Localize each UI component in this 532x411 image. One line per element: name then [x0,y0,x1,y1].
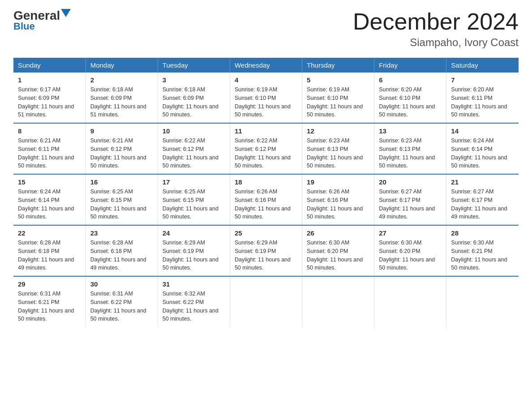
table-row: 21 Sunrise: 6:27 AM Sunset: 6:17 PM Dayl… [446,174,519,225]
day-number: 18 [235,178,297,186]
table-row: 23 Sunrise: 6:28 AM Sunset: 6:18 PM Dayl… [86,225,158,276]
day-info: Sunrise: 6:28 AM Sunset: 6:18 PM Dayligh… [90,239,153,272]
day-number: 28 [451,229,514,237]
table-row: 19 Sunrise: 6:26 AM Sunset: 6:16 PM Dayl… [302,174,374,225]
day-info: Sunrise: 6:18 AM Sunset: 6:09 PM Dayligh… [90,86,153,119]
day-info: Sunrise: 6:19 AM Sunset: 6:10 PM Dayligh… [307,86,369,119]
day-info: Sunrise: 6:19 AM Sunset: 6:10 PM Dayligh… [235,86,297,119]
logo-triangle-icon [61,9,71,17]
table-row: 6 Sunrise: 6:20 AM Sunset: 6:10 PM Dayli… [374,73,446,123]
title-section: December 2024 Siampaho, Ivory Coast [353,9,519,49]
header-wednesday: Wednesday [230,58,302,73]
day-info: Sunrise: 6:27 AM Sunset: 6:17 PM Dayligh… [451,188,514,221]
table-row: 8 Sunrise: 6:21 AM Sunset: 6:11 PM Dayli… [13,123,86,174]
calendar-week-row: 22 Sunrise: 6:28 AM Sunset: 6:18 PM Dayl… [13,225,519,276]
day-info: Sunrise: 6:21 AM Sunset: 6:11 PM Dayligh… [18,137,81,170]
table-row: 30 Sunrise: 6:31 AM Sunset: 6:22 PM Dayl… [86,276,158,327]
table-row: 22 Sunrise: 6:28 AM Sunset: 6:18 PM Dayl… [13,225,86,276]
day-info: Sunrise: 6:32 AM Sunset: 6:22 PM Dayligh… [163,290,225,323]
day-number: 1 [18,76,81,84]
day-info: Sunrise: 6:25 AM Sunset: 6:15 PM Dayligh… [90,188,153,221]
table-row: 3 Sunrise: 6:18 AM Sunset: 6:09 PM Dayli… [158,73,230,123]
calendar-title: December 2024 [353,9,519,34]
table-row [230,276,302,327]
day-number: 14 [451,127,514,135]
day-info: Sunrise: 6:29 AM Sunset: 6:19 PM Dayligh… [163,239,225,272]
day-number: 9 [90,127,153,135]
header-monday: Monday [86,58,158,73]
day-info: Sunrise: 6:24 AM Sunset: 6:14 PM Dayligh… [18,188,81,221]
day-info: Sunrise: 6:30 AM Sunset: 6:21 PM Dayligh… [451,239,514,272]
day-info: Sunrise: 6:26 AM Sunset: 6:16 PM Dayligh… [235,188,297,221]
table-row: 7 Sunrise: 6:20 AM Sunset: 6:11 PM Dayli… [446,73,519,123]
day-info: Sunrise: 6:30 AM Sunset: 6:20 PM Dayligh… [307,239,369,272]
table-row: 14 Sunrise: 6:24 AM Sunset: 6:14 PM Dayl… [446,123,519,174]
day-info: Sunrise: 6:18 AM Sunset: 6:09 PM Dayligh… [163,86,225,119]
day-number: 22 [18,229,81,237]
day-number: 31 [163,280,225,288]
table-row: 29 Sunrise: 6:31 AM Sunset: 6:21 PM Dayl… [13,276,86,327]
day-info: Sunrise: 6:30 AM Sunset: 6:20 PM Dayligh… [379,239,442,272]
day-info: Sunrise: 6:29 AM Sunset: 6:19 PM Dayligh… [235,239,297,272]
table-row: 10 Sunrise: 6:22 AM Sunset: 6:12 PM Dayl… [158,123,230,174]
day-info: Sunrise: 6:31 AM Sunset: 6:21 PM Dayligh… [18,290,81,323]
day-number: 25 [235,229,297,237]
table-row: 20 Sunrise: 6:27 AM Sunset: 6:17 PM Dayl… [374,174,446,225]
logo: General Blue [13,9,71,32]
day-number: 4 [235,76,297,84]
day-info: Sunrise: 6:22 AM Sunset: 6:12 PM Dayligh… [163,137,225,170]
table-row [302,276,374,327]
table-row: 2 Sunrise: 6:18 AM Sunset: 6:09 PM Dayli… [86,73,158,123]
calendar-week-row: 29 Sunrise: 6:31 AM Sunset: 6:21 PM Dayl… [13,276,519,327]
day-number: 29 [18,280,81,288]
day-info: Sunrise: 6:17 AM Sunset: 6:09 PM Dayligh… [18,86,81,119]
logo-general: General [13,9,60,22]
day-info: Sunrise: 6:20 AM Sunset: 6:10 PM Dayligh… [379,86,442,119]
day-info: Sunrise: 6:25 AM Sunset: 6:15 PM Dayligh… [163,188,225,221]
calendar-week-row: 15 Sunrise: 6:24 AM Sunset: 6:14 PM Dayl… [13,174,519,225]
svg-marker-0 [61,9,71,17]
day-info: Sunrise: 6:26 AM Sunset: 6:16 PM Dayligh… [307,188,369,221]
day-number: 5 [307,76,369,84]
table-row: 31 Sunrise: 6:32 AM Sunset: 6:22 PM Dayl… [158,276,230,327]
table-row: 18 Sunrise: 6:26 AM Sunset: 6:16 PM Dayl… [230,174,302,225]
day-info: Sunrise: 6:28 AM Sunset: 6:18 PM Dayligh… [18,239,81,272]
day-info: Sunrise: 6:24 AM Sunset: 6:14 PM Dayligh… [451,137,514,170]
day-info: Sunrise: 6:23 AM Sunset: 6:13 PM Dayligh… [307,137,369,170]
table-row: 16 Sunrise: 6:25 AM Sunset: 6:15 PM Dayl… [86,174,158,225]
table-row: 1 Sunrise: 6:17 AM Sunset: 6:09 PM Dayli… [13,73,86,123]
day-number: 15 [18,178,81,186]
table-row: 28 Sunrise: 6:30 AM Sunset: 6:21 PM Dayl… [446,225,519,276]
table-row: 15 Sunrise: 6:24 AM Sunset: 6:14 PM Dayl… [13,174,86,225]
day-number: 7 [451,76,514,84]
calendar-week-row: 1 Sunrise: 6:17 AM Sunset: 6:09 PM Dayli… [13,73,519,123]
table-row: 25 Sunrise: 6:29 AM Sunset: 6:19 PM Dayl… [230,225,302,276]
day-info: Sunrise: 6:21 AM Sunset: 6:12 PM Dayligh… [90,137,153,170]
day-number: 26 [307,229,369,237]
calendar-week-row: 8 Sunrise: 6:21 AM Sunset: 6:11 PM Dayli… [13,123,519,174]
table-row: 24 Sunrise: 6:29 AM Sunset: 6:19 PM Dayl… [158,225,230,276]
day-number: 16 [90,178,153,186]
day-number: 6 [379,76,442,84]
logo-blue: Blue [13,21,35,32]
page-header: General Blue December 2024 Siampaho, Ivo… [13,9,519,49]
header-saturday: Saturday [446,58,519,73]
table-row: 9 Sunrise: 6:21 AM Sunset: 6:12 PM Dayli… [86,123,158,174]
header-thursday: Thursday [302,58,374,73]
day-number: 17 [163,178,225,186]
table-row: 17 Sunrise: 6:25 AM Sunset: 6:15 PM Dayl… [158,174,230,225]
day-number: 30 [90,280,153,288]
day-info: Sunrise: 6:31 AM Sunset: 6:22 PM Dayligh… [90,290,153,323]
day-number: 23 [90,229,153,237]
header-sunday: Sunday [13,58,86,73]
header-tuesday: Tuesday [158,58,230,73]
day-info: Sunrise: 6:23 AM Sunset: 6:13 PM Dayligh… [379,137,442,170]
day-number: 13 [379,127,442,135]
table-row: 4 Sunrise: 6:19 AM Sunset: 6:10 PM Dayli… [230,73,302,123]
table-row [374,276,446,327]
calendar-table: Sunday Monday Tuesday Wednesday Thursday… [13,58,519,327]
calendar-subtitle: Siampaho, Ivory Coast [353,36,519,49]
day-number: 12 [307,127,369,135]
header-friday: Friday [374,58,446,73]
day-info: Sunrise: 6:22 AM Sunset: 6:12 PM Dayligh… [235,137,297,170]
